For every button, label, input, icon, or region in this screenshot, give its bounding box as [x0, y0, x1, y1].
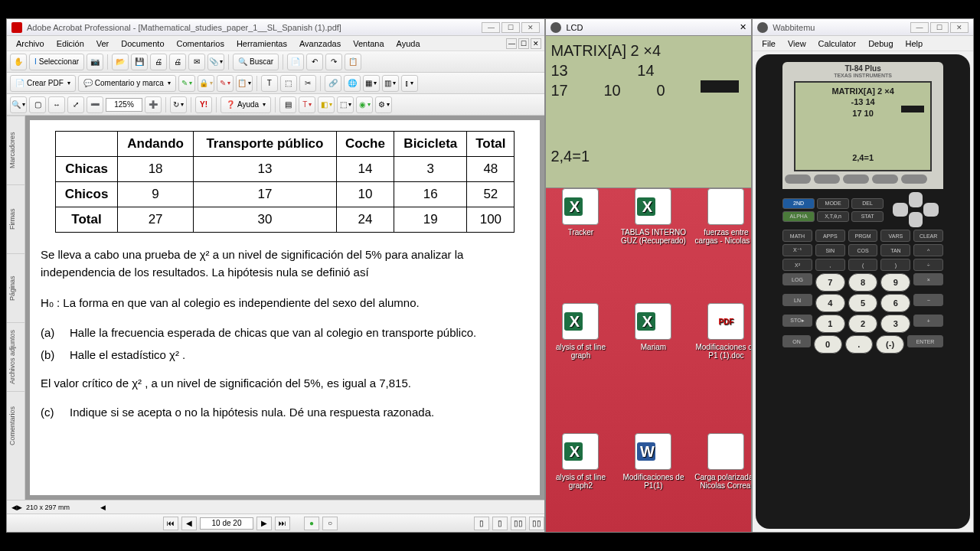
tool-g[interactable]: ▤ [279, 96, 296, 113]
desktop-icon[interactable]: WModificaciones de P1(1) [619, 433, 688, 490]
f3-key[interactable] [843, 174, 869, 184]
dpad-left[interactable] [893, 203, 908, 217]
key-on[interactable]: ON [782, 335, 811, 347]
key-dot[interactable]: . [845, 335, 874, 354]
key-sto[interactable]: STO▸ [782, 315, 812, 327]
tool-j[interactable]: ⬚▾ [337, 96, 354, 113]
key-xt[interactable]: X,T,θ,n [817, 211, 849, 222]
zoom-out[interactable]: ➖ [87, 96, 103, 113]
touchup-obj[interactable]: ⬚ [280, 75, 297, 92]
key-8[interactable]: 8 [848, 273, 878, 292]
zoom-in[interactable]: ➕ [145, 96, 162, 113]
close-button[interactable]: ✕ [521, 22, 540, 33]
nav-back[interactable]: ● [304, 517, 319, 530]
key-cos[interactable]: COS [848, 244, 878, 256]
tool-e[interactable]: ▥▾ [382, 75, 399, 92]
view-facing[interactable]: ▯▯ [511, 517, 526, 530]
tool-i[interactable]: ◧▾ [318, 96, 335, 113]
mdi-restore[interactable]: ☐ [518, 38, 529, 49]
fit-width[interactable]: ↔ [48, 96, 65, 113]
tab-coment[interactable]: Comentarios [7, 391, 24, 460]
key-vars[interactable]: VARS [880, 230, 910, 242]
wabbit-min[interactable]: — [910, 22, 929, 33]
f2-key[interactable] [814, 174, 840, 184]
desktop-icon[interactable]: Carga polarizada - Nicolas Correal [691, 433, 752, 490]
secure-tool[interactable]: 🔒▾ [198, 75, 214, 92]
key-lparen[interactable]: ( [848, 259, 878, 271]
key-enter[interactable]: ENTER [907, 335, 943, 347]
tab-paginas[interactable]: Páginas [7, 253, 24, 322]
key-2[interactable]: 2 [848, 315, 878, 333]
zoom-tool[interactable]: 🔍▾ [10, 96, 27, 113]
help-button[interactable]: ❓Ayuda▾ [220, 96, 271, 113]
pdf-page[interactable]: Andando Transporte público Coche Bicicle… [30, 120, 540, 495]
key-4[interactable]: 4 [815, 294, 845, 312]
next-page[interactable]: ▶ [256, 517, 272, 530]
desktop-icon[interactable]: XMariam [619, 303, 688, 351]
menu-avanzadas[interactable]: Avanzadas [293, 39, 347, 48]
zoom-value[interactable]: 125% [106, 98, 142, 112]
desktop-area[interactable]: XTrackerXTABLAS INTERNO GUZ (Recuperado)… [545, 188, 752, 533]
touchup-text[interactable]: T [261, 75, 278, 92]
menu-debug[interactable]: Debug [862, 39, 899, 48]
f1-key[interactable] [785, 174, 811, 184]
key-0[interactable]: 0 [814, 335, 842, 354]
nav-fwd[interactable]: ○ [322, 517, 338, 530]
tool-k[interactable]: ◉▾ [356, 96, 373, 113]
dpad-down[interactable] [909, 212, 923, 227]
key-div[interactable]: ÷ [913, 259, 943, 271]
view-cont-facing[interactable]: ▯▯ [529, 517, 544, 530]
tab-marcadores[interactable]: Marcadores [7, 116, 24, 184]
menu-help-w[interactable]: Help [900, 39, 929, 48]
menu-file[interactable]: File [756, 39, 782, 48]
menu-edicion[interactable]: Edición [51, 39, 90, 48]
key-5[interactable]: 5 [848, 294, 878, 312]
key-prgm[interactable]: PRGM [848, 230, 878, 242]
forms-tool[interactable]: 📋▾ [236, 75, 253, 92]
key-3[interactable]: 3 [880, 315, 910, 333]
key-add[interactable]: + [913, 315, 943, 327]
first-page[interactable]: ⏮ [163, 517, 178, 530]
menu-ver[interactable]: Ver [90, 39, 116, 48]
crop-tool[interactable]: ✂ [299, 75, 316, 92]
menu-calculator[interactable]: Calculator [812, 39, 863, 48]
hand-tool[interactable]: ✋ [10, 54, 27, 70]
wabbit-max[interactable]: ☐ [930, 22, 949, 33]
key-2nd[interactable]: 2ND [782, 198, 815, 209]
save-button[interactable]: 💾 [131, 54, 148, 70]
f5-key[interactable] [901, 174, 927, 184]
organizer-button[interactable]: 🖨 [169, 54, 186, 70]
key-del[interactable]: DEL [851, 198, 884, 209]
menu-view[interactable]: View [782, 39, 812, 48]
key-tan[interactable]: TAN [880, 244, 910, 256]
desktop-icon[interactable]: Xalysis of st line graph2 [546, 433, 615, 490]
key-x2[interactable]: X² [782, 259, 812, 271]
menu-ventana[interactable]: Ventana [347, 39, 390, 48]
menu-herramientas[interactable]: Herramientas [230, 39, 293, 48]
tool-l[interactable]: ⚙▾ [375, 96, 392, 113]
print-button[interactable]: 🖨 [150, 54, 167, 70]
f4-key[interactable] [872, 174, 898, 184]
menu-ayuda[interactable]: Ayuda [390, 39, 426, 48]
mdi-close[interactable]: ✕ [531, 38, 541, 49]
attach-button[interactable]: 📎▾ [207, 54, 224, 70]
dpad-right[interactable] [923, 203, 939, 217]
key-rparen[interactable]: ) [880, 259, 910, 271]
lcd-close[interactable]: ✕ [740, 22, 746, 32]
highlight-tool[interactable]: ✎▾ [178, 75, 195, 92]
key-comma[interactable]: , [815, 259, 845, 271]
menu-comentarios[interactable]: Comentarios [171, 39, 230, 48]
tab-archivos[interactable]: Archivos adjuntos [7, 322, 24, 391]
minimize-button[interactable]: — [482, 22, 500, 33]
sign-tool[interactable]: ✎▾ [217, 75, 234, 92]
key-sin[interactable]: SIN [815, 244, 845, 256]
key-clear[interactable]: CLEAR [913, 230, 943, 242]
menu-archivo[interactable]: Archivo [10, 39, 51, 48]
tab-firmas[interactable]: Firmas [7, 184, 24, 253]
comment-markup-button[interactable]: 💬Comentario y marca▾ [78, 75, 176, 92]
key-alpha[interactable]: ALPHA [782, 211, 815, 222]
key-apps[interactable]: APPS [815, 230, 845, 242]
tool-c[interactable]: 🌐 [344, 75, 361, 92]
key-1[interactable]: 1 [815, 315, 845, 333]
link-tool[interactable]: 🔗 [325, 75, 341, 92]
